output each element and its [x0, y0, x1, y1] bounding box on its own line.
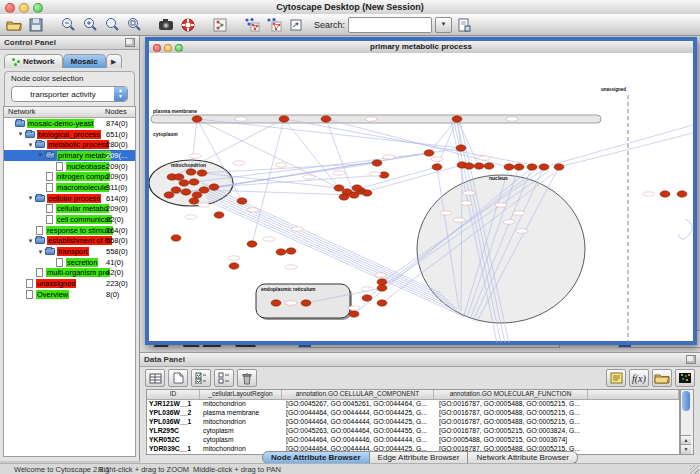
network-node[interactable] [164, 192, 174, 198]
network-view-titlebar[interactable]: primary metabolic process [149, 37, 693, 54]
tree-expander-icon[interactable]: ▼ [16, 131, 25, 137]
tree-row-unassigned[interactable]: unassigned223(0) [4, 278, 135, 289]
network-node[interactable] [199, 187, 209, 193]
close-view-button[interactable] [153, 44, 161, 52]
table-cell[interactable]: [GO:0044464, GO:0044446, GO:0044444, G..… [284, 436, 437, 445]
function-builder-icon[interactable]: f(x) [629, 369, 649, 387]
search-options-icon[interactable] [454, 16, 474, 34]
tree-row-overview[interactable]: Overview8(0) [4, 289, 135, 300]
tree-row-primary-metabo[interactable]: ▼primary metabo209(... [4, 150, 135, 161]
attribute-table-body[interactable]: YJR121W__1mitochondrion[GO:0045267, GO:0… [147, 400, 679, 454]
network-node[interactable] [286, 248, 296, 254]
table-cell[interactable]: [GO:0005488, GO:0005215, GO:0003674] [437, 436, 592, 445]
minimize-window-button[interactable] [19, 3, 29, 13]
network-view-window-controls[interactable] [153, 44, 183, 52]
table-cell[interactable]: [GO:0044464, GO:0044444, GO:0044425, G..… [284, 409, 437, 418]
table-cell[interactable]: [GO:0044464, GO:0044444, GO:0044425, G..… [284, 418, 437, 427]
network-canvas[interactable]: plasma membranecytoplasmmitochondrionnuc… [149, 53, 693, 341]
zoom-in-icon[interactable] [80, 16, 100, 34]
network-node[interactable] [514, 164, 524, 170]
table-row[interactable]: YPL036W__1mitochondrion[GO:0044464, GO:0… [147, 418, 679, 427]
tree-expander-icon[interactable]: ▼ [36, 249, 45, 255]
network-node[interactable] [189, 198, 199, 204]
save-icon[interactable] [26, 16, 46, 34]
table-cell[interactable]: [GO:0016787, GO:0005488, GO:0005215, G..… [437, 409, 592, 418]
attribute-table[interactable]: ID_cellularLayoutRegionannotation.GO CEL… [146, 389, 680, 455]
tree-row-metabolic-process[interactable]: ▼metabolic process280(0) [4, 139, 135, 150]
network-edge[interactable] [202, 163, 377, 173]
table-cell[interactable]: mitochondrion [201, 400, 284, 409]
table-cell[interactable]: YJR121W__1 [147, 400, 201, 409]
tree-row-nucleobase-[interactable]: nucleobase-209(0) [4, 161, 135, 172]
table-vertical-scrollbar[interactable]: ▲ ▼ [680, 389, 694, 455]
tree-expander-icon[interactable]: ▼ [26, 142, 35, 148]
tree-row-cellular-metabo[interactable]: cellular metabo209(0) [4, 204, 135, 215]
network-node[interactable] [377, 279, 387, 285]
tree-row-cellular-process[interactable]: ▼cellular process614(0) [4, 193, 135, 204]
tree-row-cell-communicat[interactable]: cell communicat22(0) [4, 214, 135, 225]
attribute-table-header[interactable]: ID_cellularLayoutRegionannotation.GO CEL… [147, 390, 679, 400]
network-node[interactable] [197, 170, 207, 176]
close-window-button[interactable] [5, 3, 15, 13]
network-node[interactable] [181, 189, 191, 195]
float-panel-icon[interactable] [125, 38, 135, 47]
network-node[interactable] [372, 160, 382, 166]
table-row[interactable]: YLR295Ccytoplasm[GO:0045263, GO:0044464,… [147, 427, 679, 436]
attribute-table-icon[interactable] [145, 369, 165, 387]
network-overview-icon[interactable] [210, 16, 230, 34]
float-panel-icon[interactable] [686, 355, 696, 364]
network-node[interactable] [214, 212, 224, 218]
column-header-2[interactable]: annotation.GO CELLULAR_COMPONENT [282, 390, 434, 399]
network-node[interactable] [179, 180, 189, 186]
network-node[interactable] [432, 164, 442, 170]
tab-mosaic[interactable]: Mosaic [63, 54, 106, 68]
network-node[interactable] [189, 179, 199, 185]
zoom-window-button[interactable] [33, 3, 43, 13]
zoom-selected-icon[interactable] [124, 16, 144, 34]
network-node[interactable] [174, 174, 184, 180]
minimize-view-button[interactable] [164, 44, 172, 52]
annotation-page-icon[interactable] [286, 16, 306, 34]
tree-row-multi-organism-pro[interactable]: multi-organism pro42(0) [4, 268, 135, 279]
network-node[interactable] [247, 241, 257, 247]
open-folder-icon[interactable] [4, 16, 24, 34]
network-node[interactable] [349, 311, 359, 317]
network-edge[interactable] [559, 133, 693, 167]
network-node[interactable] [279, 116, 289, 122]
tree-expander-icon[interactable]: ▼ [36, 152, 45, 158]
network-node[interactable] [677, 191, 687, 197]
unselect-attributes-icon[interactable] [214, 369, 234, 387]
table-cell[interactable]: [GO:0045267, GO:0045261, GO:0044464, G..… [284, 400, 437, 409]
network-node[interactable] [452, 116, 462, 122]
network-node[interactable] [276, 249, 286, 255]
tree-expander-icon[interactable]: ▼ [26, 195, 35, 201]
network-view-window[interactable]: primary metabolic process plasma membran… [145, 37, 697, 345]
network-edge[interactable] [172, 119, 284, 177]
network-node[interactable] [192, 116, 202, 122]
table-cell[interactable]: [GO:0045263, GO:0044464, GO:0044455, G..… [284, 427, 437, 436]
import-attributes-icon[interactable] [652, 369, 672, 387]
layout-red-blue-icon[interactable] [264, 16, 284, 34]
network-node[interactable] [209, 184, 219, 190]
network-node[interactable] [554, 164, 564, 170]
select-attributes-icon[interactable] [191, 369, 211, 387]
zoom-fit-icon[interactable] [102, 16, 122, 34]
table-cell[interactable]: [GO:0016787, GO:0005488, GO:0005215, G..… [437, 400, 592, 409]
table-cell[interactable]: cytoplasm [201, 436, 284, 445]
delete-attribute-icon[interactable] [237, 369, 257, 387]
network-node[interactable] [456, 145, 466, 151]
tree-row-transport[interactable]: ▼transport558(0) [4, 246, 135, 257]
network-node[interactable] [171, 187, 181, 193]
network-node[interactable] [352, 185, 362, 191]
table-cell[interactable]: mitochondrion [201, 418, 284, 427]
network-node[interactable] [171, 235, 181, 241]
table-row[interactable]: YPL036W__2plasma membrane[GO:0044464, GO… [147, 409, 679, 418]
table-cell[interactable]: YPL036W__1 [147, 418, 201, 427]
help-lifering-icon[interactable] [178, 16, 198, 34]
zoom-out-icon[interactable] [58, 16, 78, 34]
network-node[interactable] [192, 192, 202, 198]
node-color-dropdown[interactable]: transporter activity ▲▼ [11, 86, 128, 102]
attribute-form-icon[interactable] [606, 369, 626, 387]
table-cell[interactable]: [GO:0016787, GO:0005488, GO:0005215, G..… [437, 418, 592, 427]
scrollbar-thumb[interactable] [682, 391, 690, 411]
